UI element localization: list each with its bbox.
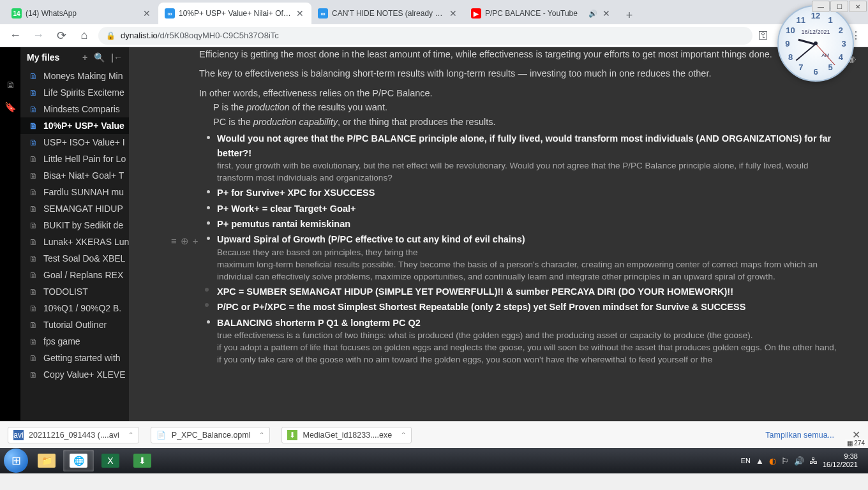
sidebar-file-item[interactable]: 🗎Life Spirits Exciteme bbox=[20, 84, 129, 101]
tab-audio-icon[interactable]: 🔊 bbox=[588, 10, 597, 18]
list-item[interactable]: P+ Work+ = clear Target+ Goal+ bbox=[217, 202, 842, 216]
browser-tab[interactable]: ∞10%P+ USP+ Value+ Nilai+ Offer✕ bbox=[158, 3, 311, 24]
bullet-icon[interactable] bbox=[207, 237, 210, 240]
sidebar-file-item[interactable]: 🗎Bisa+ Niat+ Goal+ T bbox=[20, 167, 129, 184]
left-rail: 🗎 🔖 bbox=[0, 47, 20, 421]
tray-volume-icon[interactable]: 🔊 bbox=[794, 456, 804, 466]
bullet-expandable-icon[interactable] bbox=[205, 303, 209, 307]
bullet-icon[interactable] bbox=[207, 136, 210, 139]
sidebar-file-item[interactable]: 🗎10%Q1 / 90%Q2 B. bbox=[20, 300, 129, 316]
paragraph[interactable]: P is the production of the results you w… bbox=[199, 100, 842, 114]
download-item[interactable]: avi20211216_091443 (....avi⌃ bbox=[8, 427, 139, 443]
bookmark-icon[interactable]: 🔖 bbox=[4, 101, 17, 113]
clock-minute-hand bbox=[796, 43, 816, 61]
paragraph[interactable]: In other words, effectiveness relies on … bbox=[199, 86, 842, 100]
add-file-icon[interactable]: + bbox=[82, 52, 87, 63]
sidebar-file-item[interactable]: 🗎fps game bbox=[20, 333, 129, 350]
key-icon[interactable]: ⚿ bbox=[758, 30, 769, 41]
tab-close-icon[interactable]: ✕ bbox=[142, 8, 152, 19]
address-bar: ← → ⟳ ⌂ 🔒 dynalist.io/d/r5K08oqyMH0-C9C5… bbox=[0, 24, 868, 47]
sidebar-file-item[interactable]: 🗎Tutorial Outliner bbox=[20, 316, 129, 333]
desktop-clock-gadget[interactable]: 12 1 2 3 4 5 6 7 8 9 10 11 16/12/2021 AM bbox=[777, 5, 854, 82]
download-chevron-icon[interactable]: ⌃ bbox=[128, 431, 133, 438]
tab-close-icon[interactable]: ✕ bbox=[448, 8, 458, 19]
sidebar-file-item[interactable]: 🗎Goal / Replans REX bbox=[20, 267, 129, 283]
sidebar-file-item[interactable]: 🗎Getting started with bbox=[20, 350, 129, 366]
task-mediaget[interactable]: ⬇ bbox=[127, 450, 158, 471]
url-input[interactable]: 🔒 dynalist.io/d/r5K08oqyMH0-C9C5h37O8iTc bbox=[98, 27, 752, 45]
list-item[interactable]: XPC = SUMBER SEMANGAT HIDUP (SIMPLE YET … bbox=[217, 285, 842, 299]
bullet-expandable-icon[interactable] bbox=[205, 288, 209, 292]
forward-button[interactable]: → bbox=[29, 27, 47, 45]
tray-network-icon[interactable]: 🖧 bbox=[809, 456, 818, 466]
download-item[interactable]: ⬇MediaGet_id18233....exe⌃ bbox=[281, 427, 412, 443]
language-indicator[interactable]: EN bbox=[741, 457, 751, 464]
sidebar-file-item[interactable]: 🗎BUKIT by Sedikit de bbox=[20, 217, 129, 234]
collapse-sidebar-icon[interactable]: |← bbox=[111, 52, 123, 63]
systray-clock[interactable]: 9:38 16/12/2021 bbox=[823, 452, 858, 469]
list-item[interactable]: ≡ ⊕ + Upward Spiral of Growth (P/PC effe… bbox=[217, 232, 842, 283]
sidebar-file-item[interactable]: 🗎Copy Value+ XLEVE bbox=[20, 366, 129, 383]
tab-close-icon[interactable]: ✕ bbox=[601, 8, 611, 19]
show-all-downloads[interactable]: Tampilkan semua... bbox=[765, 431, 834, 440]
expand-icon[interactable]: + bbox=[193, 234, 198, 248]
list-item[interactable]: P+ for Survive+ XPC for XSUCCESS bbox=[217, 186, 842, 200]
sidebar-file-item[interactable]: 🗎10%P+ USP+ Value bbox=[20, 117, 129, 134]
drag-handle-icon[interactable]: ≡ bbox=[171, 234, 177, 248]
task-explorer[interactable]: 📁 bbox=[31, 450, 62, 471]
reload-button[interactable]: ⟳ bbox=[52, 27, 70, 45]
browser-tab[interactable]: ∞CAN'T HIDE NOTES (already chan✕ bbox=[311, 3, 465, 24]
list-item[interactable]: BALANCING shorterm P Q1 & longterm PC Q2… bbox=[217, 316, 842, 366]
download-chevron-icon[interactable]: ⌃ bbox=[259, 431, 264, 438]
file-icon: 🗎 bbox=[29, 121, 38, 131]
bullet-icon[interactable] bbox=[207, 190, 210, 193]
download-chevron-icon[interactable]: ⌃ bbox=[401, 431, 406, 438]
document-content[interactable]: Efficiency is getting the most done in t… bbox=[129, 47, 868, 379]
new-tab-button[interactable]: + bbox=[620, 6, 638, 24]
taskbar: ⊞ 📁 🌐 X ⬇ EN ▲ ◐ ⚐ 🔊 🖧 9:38 16/12/2021 bbox=[0, 448, 868, 473]
list-item[interactable]: Would you not agree that the P/PC BALANC… bbox=[217, 131, 842, 184]
file-label: Life Spirits Exciteme bbox=[43, 87, 124, 98]
sidebar-file-item[interactable]: 🗎Mindsets Comparis bbox=[20, 101, 129, 117]
file-icon: 🗎 bbox=[29, 105, 38, 114]
files-icon[interactable]: 🗎 bbox=[6, 79, 15, 90]
file-icon: 🗎 bbox=[29, 237, 38, 247]
sidebar-file-item[interactable]: 🗎Moneys Making Min bbox=[20, 68, 129, 84]
tab-favicon: 14 bbox=[11, 8, 22, 19]
sidebar-file-item[interactable]: 🗎Lunak+ XKERAS Lun bbox=[20, 234, 129, 250]
task-chrome[interactable]: 🌐 bbox=[63, 450, 94, 471]
paragraph[interactable]: PC is the production capability, or the … bbox=[199, 115, 842, 129]
file-label: SEMANGAT HIDUP bbox=[43, 204, 123, 214]
task-excel[interactable]: X bbox=[95, 450, 126, 471]
browser-tab[interactable]: ▶P/PC BALANCE - YouTube🔊✕ bbox=[465, 3, 618, 24]
sidebar-file-item[interactable]: 🗎USP+ ISO+ Value+ I bbox=[20, 134, 129, 151]
bullet-icon[interactable] bbox=[207, 206, 210, 209]
start-button[interactable]: ⊞ bbox=[4, 449, 28, 473]
tray-action-icon[interactable]: ⚐ bbox=[781, 456, 789, 466]
sidebar-file-item[interactable]: 🗎TODOLIST bbox=[20, 283, 129, 300]
window-maximize[interactable]: ☐ bbox=[830, 1, 848, 12]
list-item[interactable]: P+ pemutus rantai kemiskinan bbox=[217, 217, 842, 231]
list-item[interactable]: P/PC or P+/XPC = the most Simplest Short… bbox=[217, 300, 842, 314]
file-label: Moneys Making Min bbox=[43, 71, 123, 81]
tray-chevron-icon[interactable]: ▲ bbox=[756, 456, 764, 466]
sidebar-file-item[interactable]: 🗎Fardlu SUNNAH mu bbox=[20, 184, 129, 200]
home-button[interactable]: ⌂ bbox=[75, 27, 93, 45]
file-icon: 🗎 bbox=[29, 188, 38, 197]
tray-app-icon[interactable]: ◐ bbox=[769, 456, 776, 466]
window-close[interactable]: ✕ bbox=[849, 1, 867, 12]
zoom-icon[interactable]: ⊕ bbox=[181, 234, 189, 248]
browser-tab[interactable]: 14(14) WhatsApp✕ bbox=[5, 3, 158, 24]
window-minimize[interactable]: — bbox=[812, 1, 830, 12]
back-button[interactable]: ← bbox=[6, 27, 24, 45]
download-item[interactable]: 📄P_XPC_Balance.opml⌃ bbox=[151, 427, 271, 443]
file-label: Bisa+ Niat+ Goal+ T bbox=[43, 170, 124, 181]
bullet-icon[interactable] bbox=[207, 320, 210, 323]
bullet-icon[interactable] bbox=[207, 221, 210, 225]
sidebar-file-item[interactable]: 🗎Little Hell Pain for Lo bbox=[20, 151, 129, 167]
search-files-icon[interactable]: 🔍 bbox=[94, 52, 105, 63]
file-label: Goal / Replans REX bbox=[43, 270, 123, 280]
tab-close-icon[interactable]: ✕ bbox=[295, 8, 305, 19]
sidebar-file-item[interactable]: 🗎SEMANGAT HIDUP bbox=[20, 200, 129, 217]
sidebar-file-item[interactable]: 🗎Test Soal Do& XBEL bbox=[20, 250, 129, 267]
